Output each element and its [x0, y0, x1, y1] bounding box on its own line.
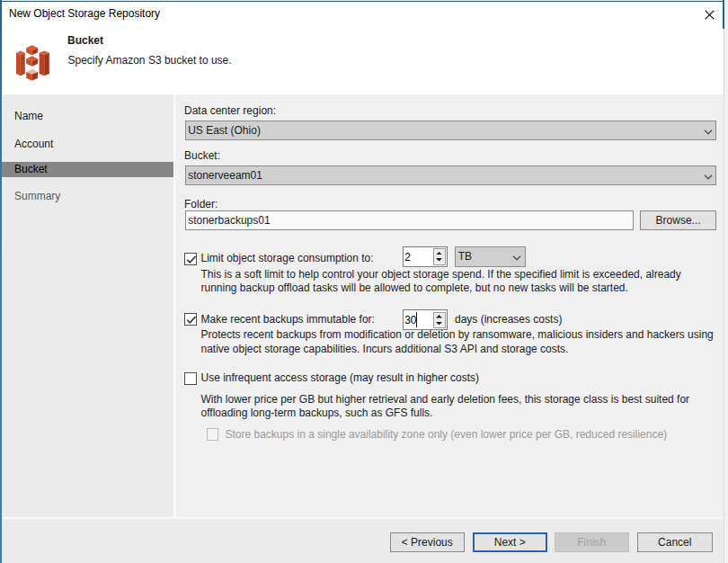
- immutable-desc-line2: native object storage capabilities. Incu…: [201, 343, 569, 355]
- limit-unit-select[interactable]: TB: [455, 246, 526, 267]
- limit-amount-value: 2: [404, 251, 411, 264]
- sidebar-item-account[interactable]: Account: [2, 137, 173, 152]
- limit-checkbox[interactable]: [184, 253, 197, 265]
- infrequent-checkbox[interactable]: [184, 372, 197, 385]
- chevron-down-icon: [512, 255, 521, 261]
- immutable-suffix: days (increases costs): [455, 313, 562, 326]
- immutable-checkbox[interactable]: [184, 313, 197, 326]
- bucket-value: stonerveeam01: [188, 169, 262, 182]
- sidebar-item-bucket[interactable]: Bucket: [2, 162, 173, 177]
- bucket-select[interactable]: stonerveeam01: [185, 165, 717, 185]
- footer-bar: < Previous Next > Finish Cancel: [2, 519, 724, 563]
- previous-button[interactable]: < Previous: [390, 532, 466, 552]
- window-border-top: [0, 1, 724, 2]
- bucket-form: Data center region: US East (Ohio) Bucke…: [175, 94, 724, 518]
- checkmark-icon: [185, 254, 198, 266]
- region-label: Data center region:: [184, 104, 276, 117]
- region-value: US East (Ohio): [188, 124, 261, 137]
- step-title: Bucket: [67, 34, 103, 47]
- infrequent-desc-line2: offloading long-term backups, such as GF…: [201, 407, 433, 419]
- region-select[interactable]: US East (Ohio): [185, 121, 717, 140]
- window-border-right: [724, 29, 724, 563]
- immutable-desc-line1: Protects recent backups from modificatio…: [201, 328, 714, 341]
- browse-button[interactable]: Browse...: [640, 210, 716, 230]
- close-icon: [705, 10, 715, 20]
- finish-button[interactable]: Finish: [555, 532, 630, 552]
- text-caret: [416, 312, 417, 327]
- next-button[interactable]: Next >: [473, 532, 548, 552]
- checkmark-icon: [185, 314, 198, 326]
- window-border-right-top: [723, 0, 724, 29]
- spinner-buttons: [433, 312, 446, 329]
- spin-up-icon: [436, 252, 442, 255]
- bucket-label: Bucket:: [184, 149, 220, 162]
- sidebar-item-summary[interactable]: Summary: [2, 189, 173, 204]
- immutable-days-value: 30: [404, 314, 416, 326]
- folder-input[interactable]: stonerbackups01: [185, 210, 634, 230]
- sidebar-item-name[interactable]: Name: [2, 109, 173, 124]
- infrequent-desc-line1: With lower price per GB but higher retri…: [201, 393, 690, 406]
- chevron-down-icon: [704, 130, 713, 135]
- title-bar: New Object Storage Repository: [2, 2, 723, 27]
- folder-label: Folder:: [184, 198, 218, 210]
- limit-description: This is a soft limit to help control you…: [201, 268, 681, 296]
- infrequent-label: Use infrequent access storage (may resul…: [201, 371, 479, 384]
- wizard-body: Name Account Bucket Summary Data center …: [2, 94, 724, 518]
- dialog-window: New Object Storage Repository: [0, 0, 724, 563]
- amazon-s3-bucket-icon: [16, 45, 49, 81]
- cancel-button[interactable]: Cancel: [637, 532, 713, 552]
- limit-label: Limit object storage consumption to:: [201, 252, 374, 264]
- single-zone-label: Store backups in a single availability z…: [226, 428, 668, 441]
- spin-down-button[interactable]: [434, 319, 445, 327]
- step-subtitle: Specify Amazon S3 bucket to use.: [68, 54, 232, 67]
- wizard-steps-sidebar: Name Account Bucket Summary: [2, 94, 173, 518]
- close-button[interactable]: [703, 8, 716, 22]
- folder-value: stonerbackups01: [188, 214, 270, 227]
- spinner-buttons: [433, 248, 446, 265]
- spin-up-icon: [436, 315, 442, 317]
- chevron-down-icon: [704, 174, 713, 180]
- immutable-label: Make recent backups immutable for:: [201, 313, 375, 326]
- spin-down-icon: [436, 258, 442, 261]
- window-border-left: [0, 0, 2, 563]
- wizard-header: Bucket Specify Amazon S3 bucket to use.: [2, 27, 723, 94]
- limit-desc-line1: This is a soft limit to help control you…: [201, 268, 681, 281]
- limit-desc-line2: running backup offload tasks will be all…: [201, 282, 628, 294]
- limit-unit-value: TB: [458, 250, 472, 263]
- single-zone-checkbox: [207, 428, 219, 441]
- window-title: New Object Storage Repository: [9, 7, 160, 20]
- spin-down-button[interactable]: [434, 256, 445, 264]
- limit-amount-spinner[interactable]: 2: [403, 246, 448, 267]
- immutable-days-spinner[interactable]: 30: [403, 309, 448, 330]
- spin-down-icon: [436, 322, 442, 325]
- immutable-description: Protects recent backups from modificatio…: [201, 328, 714, 356]
- infrequent-description: With lower price per GB but higher retri…: [201, 393, 690, 421]
